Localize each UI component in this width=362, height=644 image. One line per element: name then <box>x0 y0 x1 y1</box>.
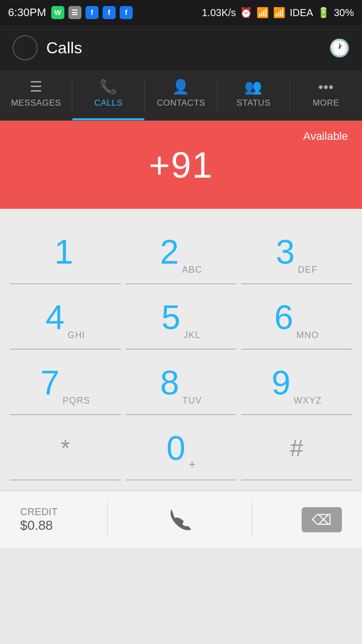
alarm-icon: ⏰ <box>240 7 252 19</box>
key-6-letters: MNO <box>296 330 319 345</box>
key-2-digit: 2 <box>160 234 179 269</box>
credit-amount: $0.88 <box>20 518 57 533</box>
contacts-icon: 👤 <box>172 78 190 95</box>
key-4[interactable]: 4 GHI <box>10 289 121 350</box>
svg-point-0 <box>13 36 37 60</box>
battery-icon: 🔋 <box>317 7 330 19</box>
key-1[interactable]: 1 <box>10 224 121 284</box>
carrier-label: IDEA <box>290 7 313 19</box>
availability-status: Available <box>303 130 348 143</box>
network-speed: 1.03K/s <box>202 7 236 19</box>
key-7-digit: 7 <box>41 365 60 399</box>
dialed-number: +91 <box>149 144 213 186</box>
key-1-digit: 1 <box>54 234 73 269</box>
app-header-left: Calls <box>12 35 82 61</box>
key-3-digit: 3 <box>276 234 295 269</box>
signal-icon: 📶 <box>273 7 286 19</box>
key-5-letters: JKL <box>184 330 201 345</box>
key-9[interactable]: 9 WXYZ <box>241 355 352 415</box>
key-7[interactable]: 7 PQRS <box>10 355 121 415</box>
key-4-letters: GHI <box>67 330 85 345</box>
key-7-letters: PQRS <box>62 395 90 410</box>
key-star[interactable]: * <box>10 420 121 480</box>
tab-calls[interactable]: 📞 CALLS <box>72 70 144 120</box>
key-6[interactable]: 6 MNO <box>241 289 352 350</box>
key-star-symbol: * <box>61 434 70 462</box>
app-logo <box>12 35 38 61</box>
key-hash[interactable]: # <box>241 420 352 480</box>
key-8-digit: 8 <box>160 365 179 399</box>
backspace-button[interactable]: ⌫ <box>302 507 342 532</box>
whatsapp-icon: W <box>51 6 64 19</box>
key-4-digit: 4 <box>46 300 65 334</box>
key-8[interactable]: 8 TUV <box>126 355 236 415</box>
wifi-icon: 📶 <box>256 7 269 19</box>
key-3[interactable]: 3 DEF <box>241 224 352 284</box>
battery-percent: 30% <box>334 7 354 19</box>
facebook-icon-2: f <box>103 6 116 19</box>
calls-icon: 📞 <box>100 78 118 95</box>
key-6-digit: 6 <box>275 300 294 334</box>
tab-contacts-label: CONTACTS <box>157 98 205 108</box>
backspace-icon: ⌫ <box>312 512 332 528</box>
dial-display: Available +91 <box>0 121 362 209</box>
tab-calls-label: CALLS <box>95 98 123 108</box>
tab-status-label: STATUS <box>236 98 270 108</box>
facebook-icon-3: f <box>120 6 133 19</box>
credit-info: CREDIT $0.88 <box>20 506 57 533</box>
key-hash-symbol: # <box>290 434 304 462</box>
key-0-digit: 0 <box>166 431 186 465</box>
key-0-plus: + <box>189 457 196 475</box>
nav-tabs: ☰ MESSAGES 📞 CALLS 👤 CONTACTS 👥 STATUS •… <box>0 70 362 121</box>
call-icon-svg <box>164 505 195 535</box>
tab-more-label: MORE <box>313 98 339 108</box>
key-2[interactable]: 2 ABC <box>126 224 236 284</box>
facebook-icon-1: f <box>85 6 99 19</box>
key-8-letters: TUV <box>182 395 202 410</box>
bottom-divider-left <box>107 502 108 537</box>
tab-messages[interactable]: ☰ MESSAGES <box>0 70 72 120</box>
credit-label: CREDIT <box>20 506 57 518</box>
key-0[interactable]: 0 + <box>126 420 236 480</box>
app-title: Calls <box>46 39 82 57</box>
tab-contacts[interactable]: 👤 CONTACTS <box>145 70 217 120</box>
more-icon: ••• <box>318 79 334 95</box>
logo-svg <box>12 35 38 61</box>
status-time: 6:30PM <box>8 6 46 19</box>
bottom-divider-right <box>252 502 252 537</box>
tab-status[interactable]: 👥 STATUS <box>218 70 290 120</box>
status-app-icons: W ☰ f f f <box>51 6 133 19</box>
messages-icon: ☰ <box>30 78 43 95</box>
key-5-digit: 5 <box>161 300 180 334</box>
call-button[interactable] <box>157 497 202 542</box>
status-icon: 👥 <box>244 78 262 95</box>
status-right: 1.03K/s ⏰ 📶 📶 IDEA 🔋 30% <box>202 7 354 19</box>
app-header: Calls 🕐 <box>0 25 362 70</box>
app-icon-2: ☰ <box>68 6 81 19</box>
history-icon[interactable]: 🕐 <box>329 38 350 58</box>
key-9-digit: 9 <box>272 365 291 399</box>
status-left: 6:30PM W ☰ f f f <box>8 6 133 19</box>
keypad: 1 2 ABC 3 DEF 4 GHI 5 JKL 6 MNO 7 PQRS 8… <box>0 209 362 491</box>
key-3-letters: DEF <box>298 265 317 279</box>
tab-messages-label: MESSAGES <box>11 98 61 108</box>
key-5[interactable]: 5 JKL <box>126 289 236 350</box>
bottom-bar: CREDIT $0.88 ⌫ <box>0 491 362 548</box>
key-2-letters: ABC <box>182 265 202 279</box>
status-bar: 6:30PM W ☰ f f f 1.03K/s ⏰ 📶 📶 IDEA 🔋 30… <box>0 0 362 25</box>
key-9-letters: WXYZ <box>294 395 322 410</box>
tab-more[interactable]: ••• MORE <box>290 70 362 120</box>
